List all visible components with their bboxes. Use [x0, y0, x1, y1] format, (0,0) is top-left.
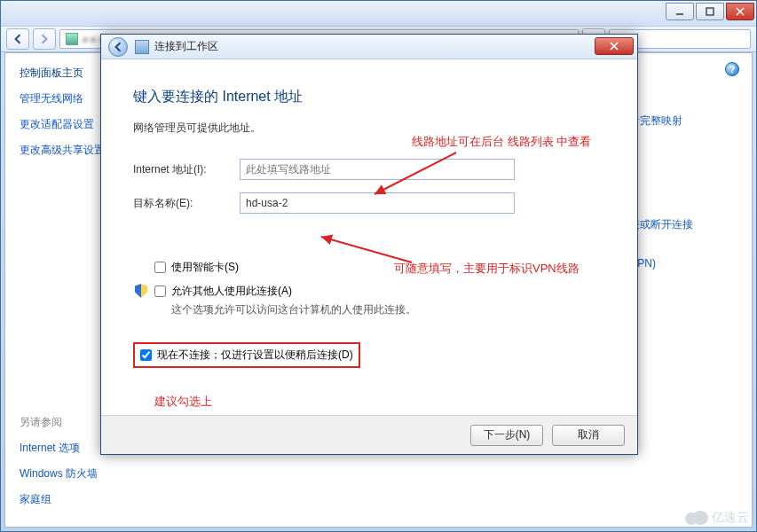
sidebar-link-homegroup[interactable]: 家庭组 — [20, 492, 144, 507]
sidebar-link-firewall[interactable]: Windows 防火墙 — [20, 466, 144, 481]
row-smartcard: 使用智能卡(S) — [133, 260, 605, 275]
next-button[interactable]: 下一步(N) — [470, 425, 543, 446]
dialog-subtext: 网络管理员可提供此地址。 — [133, 121, 605, 136]
row-defer-connect: 现在不连接；仅进行设置以便稍后连接(D) — [133, 342, 360, 368]
label-destination-name: 目标名称(E): — [133, 196, 240, 211]
note-allow-others: 这个选项允许可以访问这台计算机的人使用此连接。 — [171, 302, 416, 317]
dialog-icon — [135, 40, 149, 54]
input-internet-address[interactable] — [240, 159, 515, 180]
checkbox-defer-connect[interactable] — [140, 349, 152, 361]
label-defer-connect: 现在不连接；仅进行设置以便稍后连接(D) — [157, 348, 353, 363]
label-internet-address: Internet 地址(I): — [133, 162, 240, 177]
input-destination-name[interactable] — [240, 192, 515, 214]
dialog-titlebar: 连接到工作区 — [101, 35, 637, 59]
close-button[interactable] — [726, 3, 754, 20]
cloud-icon — [685, 511, 708, 525]
network-icon — [66, 33, 78, 45]
nav-forward-button[interactable] — [33, 28, 56, 50]
dialog-connect-workplace: 连接到工作区 键入要连接的 Internet 地址 网络管理员可提供此地址。 I… — [100, 34, 638, 455]
outer-window-titlebar — [1, 1, 756, 26]
dialog-back-button[interactable] — [108, 37, 128, 57]
row-internet-address: Internet 地址(I): — [133, 159, 605, 180]
checkbox-allow-others[interactable] — [154, 286, 166, 297]
dialog-title: 连接到工作区 — [154, 39, 218, 54]
label-allow-others: 允许其他人使用此连接(A) — [171, 285, 292, 297]
dialog-footer: 下一步(N) 取消 — [101, 415, 637, 454]
help-icon[interactable]: ? — [725, 62, 739, 76]
row-destination-name: 目标名称(E): — [133, 192, 605, 214]
minimize-button[interactable] — [666, 3, 694, 20]
dialog-body: 键入要连接的 Internet 地址 网络管理员可提供此地址。 Internet… — [101, 59, 637, 415]
checkbox-smartcard[interactable] — [154, 262, 166, 273]
outer-window-controls — [666, 3, 754, 20]
watermark: 亿速云 — [685, 510, 749, 526]
cancel-button[interactable]: 取消 — [552, 425, 625, 446]
nav-back-button[interactable] — [6, 28, 29, 50]
row-allow-others: 允许其他人使用此连接(A) 这个选项允许可以访问这台计算机的人使用此连接。 — [133, 284, 605, 317]
dialog-heading: 键入要连接的 Internet 地址 — [133, 88, 605, 106]
svg-rect-1 — [706, 8, 714, 15]
watermark-text: 亿速云 — [712, 510, 749, 526]
label-smartcard: 使用智能卡(S) — [171, 260, 239, 275]
maximize-button[interactable] — [696, 3, 724, 20]
outer-window: ▸ ▸ ▸ ? 控制面板主页 管理无线网络 更改适配器设置 更改高级共享设置 另… — [0, 0, 757, 532]
dialog-close-button[interactable] — [595, 37, 634, 55]
shield-icon — [135, 284, 147, 298]
